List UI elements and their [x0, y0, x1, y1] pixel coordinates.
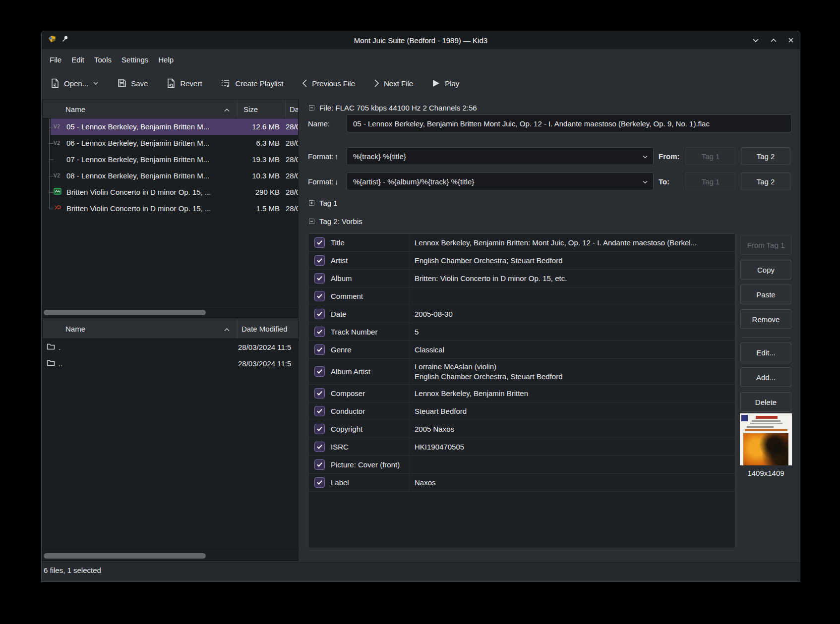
- column-header-name[interactable]: Name: [43, 319, 237, 339]
- checkbox[interactable]: [314, 477, 325, 488]
- checkbox[interactable]: [314, 406, 325, 416]
- format-up-label: Format:↑: [308, 147, 338, 165]
- edit-button[interactable]: Edit...: [740, 342, 791, 362]
- checkbox[interactable]: [314, 388, 325, 398]
- to-tag1-button[interactable]: Tag 1: [686, 172, 735, 190]
- checkbox[interactable]: [314, 327, 325, 337]
- filename-input[interactable]: 05 - Lennox Berkeley, Benjamin Britten M…: [347, 114, 791, 132]
- create-playlist-button[interactable]: Create Playlist: [219, 76, 286, 91]
- file-row[interactable]: 07 - Lennox Berkeley, Benjamin Britten M…: [43, 151, 298, 168]
- tag-row-album-artist: Album Artist Lorraine McAslan (violin) E…: [308, 359, 735, 385]
- tree-branch: [43, 118, 54, 135]
- folder-icon: [47, 343, 55, 351]
- sort-ascending-icon: [224, 325, 230, 333]
- tag1-section-header[interactable]: Tag 1: [309, 199, 338, 207]
- column-header-date[interactable]: Dat: [285, 100, 298, 118]
- menu-file[interactable]: File: [45, 53, 66, 67]
- tag-row-conductor: Conductor Steuart Bedford: [308, 402, 735, 420]
- tag2-label: Tag 2: Vorbis: [319, 217, 362, 226]
- file-row[interactable]: Britten Violin Concerto in D minor Op. 1…: [43, 200, 298, 217]
- arrow-up-icon: ↑: [335, 152, 339, 161]
- horizontal-scrollbar[interactable]: [43, 307, 298, 317]
- file-row[interactable]: V2 05 - Lennox Berkeley, Benjamin Britte…: [43, 118, 298, 135]
- checkbox[interactable]: [314, 309, 325, 319]
- play-label: Play: [445, 79, 459, 88]
- previous-file-button[interactable]: Previous File: [300, 76, 357, 91]
- scrollbar-thumb[interactable]: [44, 310, 206, 315]
- file-section-header[interactable]: File: FLAC 705 kbps 44100 Hz 2 Channels …: [309, 104, 477, 112]
- checkbox[interactable]: [314, 366, 325, 377]
- checkbox[interactable]: [314, 273, 325, 284]
- maximize-icon[interactable]: [770, 38, 777, 43]
- next-file-button[interactable]: Next File: [372, 76, 415, 91]
- tag2-section-header[interactable]: Tag 2: Vorbis: [309, 217, 362, 226]
- save-button[interactable]: Save: [116, 76, 150, 91]
- folder-list-panel: Name Date Modified . 28/03/2024 11:5 .. …: [42, 319, 299, 561]
- delete-button[interactable]: Delete: [740, 392, 791, 412]
- save-icon: [118, 79, 126, 88]
- file-list-header: Name Size Dat: [43, 100, 298, 118]
- tree-branch: [43, 184, 54, 200]
- copy-button[interactable]: Copy: [740, 260, 791, 280]
- horizontal-scrollbar[interactable]: [43, 551, 298, 561]
- menu-tools[interactable]: Tools: [89, 53, 117, 67]
- tag-row-artist: Artist English Chamber Orchestra; Steuar…: [308, 252, 735, 270]
- from-tag1-copy-button[interactable]: From Tag 1: [740, 235, 791, 255]
- name-column-label: Name: [65, 325, 85, 333]
- open-button[interactable]: Open...: [49, 75, 101, 91]
- menu-settings[interactable]: Settings: [117, 53, 153, 67]
- tag-row-comment: Comment: [308, 287, 735, 305]
- id3v2-tag-icon: V2: [54, 140, 60, 146]
- file-rows: V2 05 - Lennox Berkeley, Benjamin Britte…: [43, 118, 298, 217]
- checkbox[interactable]: [314, 459, 325, 470]
- menu-edit[interactable]: Edit: [66, 53, 89, 67]
- album-art-thumbnail[interactable]: [740, 413, 792, 465]
- chevron-down-icon: [642, 152, 648, 161]
- checkbox[interactable]: [314, 237, 325, 248]
- to-tag2-button[interactable]: Tag 2: [741, 172, 790, 190]
- chevron-right-icon: [374, 79, 379, 88]
- format-from-filename-combobox[interactable]: %{track} %{title}: [347, 147, 654, 165]
- tree-branch: [43, 135, 54, 151]
- titlebar[interactable]: Mont Juic Suite (Bedford - 1989) — Kid3: [42, 31, 800, 49]
- play-icon: [432, 79, 440, 88]
- tree-branch: [43, 151, 54, 168]
- remove-button[interactable]: Remove: [740, 309, 791, 329]
- minimize-icon[interactable]: [752, 38, 759, 43]
- scrollbar-thumb[interactable]: [44, 553, 206, 559]
- from-tag2-button[interactable]: Tag 2: [741, 147, 790, 165]
- column-header-date-modified[interactable]: Date Modified: [237, 319, 298, 339]
- checkbox[interactable]: [314, 442, 325, 452]
- tag-editor-panel: File: FLAC 705 kbps 44100 Hz 2 Channels …: [308, 97, 794, 562]
- checkbox[interactable]: [314, 291, 325, 301]
- folder-row[interactable]: .. 28/03/2024 11:5: [43, 355, 298, 372]
- play-button[interactable]: Play: [430, 76, 461, 91]
- close-icon[interactable]: [788, 37, 794, 43]
- tag-row-title: Title Lennox Berkeley, Benjamin Britten:…: [308, 234, 735, 252]
- divider: [741, 338, 790, 338]
- pin-icon[interactable]: [61, 36, 68, 45]
- checkbox[interactable]: [314, 255, 325, 266]
- open-dropdown-icon[interactable]: [93, 81, 99, 85]
- file-row[interactable]: Britten Violin Concerto in D minor Op. 1…: [43, 184, 298, 200]
- from-tag1-button[interactable]: Tag 1: [686, 147, 735, 165]
- tree-branch: [43, 200, 54, 217]
- desktop: Mont Juic Suite (Bedford - 1989) — Kid3 …: [0, 0, 840, 624]
- add-button[interactable]: Add...: [740, 367, 791, 387]
- status-text: 6 files, 1 selected: [44, 566, 101, 574]
- playlist-file-icon: [54, 204, 61, 213]
- menu-help[interactable]: Help: [153, 53, 179, 67]
- revert-button[interactable]: Revert: [165, 75, 204, 91]
- format-to-filename-combobox[interactable]: %{artist} - %{album}/%{track} %{title}: [347, 172, 654, 190]
- file-row[interactable]: V2 06 - Lennox Berkeley, Benjamin Britte…: [43, 135, 298, 151]
- file-row[interactable]: V2 08 - Lennox Berkeley, Benjamin Britte…: [43, 168, 298, 184]
- checkbox[interactable]: [314, 344, 325, 355]
- folder-row[interactable]: . 28/03/2024 11:5: [43, 339, 298, 355]
- paste-button[interactable]: Paste: [740, 284, 791, 304]
- column-header-name[interactable]: Name: [43, 100, 237, 118]
- column-header-size[interactable]: Size: [237, 100, 285, 118]
- save-label: Save: [131, 79, 148, 88]
- checkbox[interactable]: [314, 424, 325, 434]
- image-file-icon: [54, 188, 61, 196]
- from-label: From:: [659, 147, 680, 165]
